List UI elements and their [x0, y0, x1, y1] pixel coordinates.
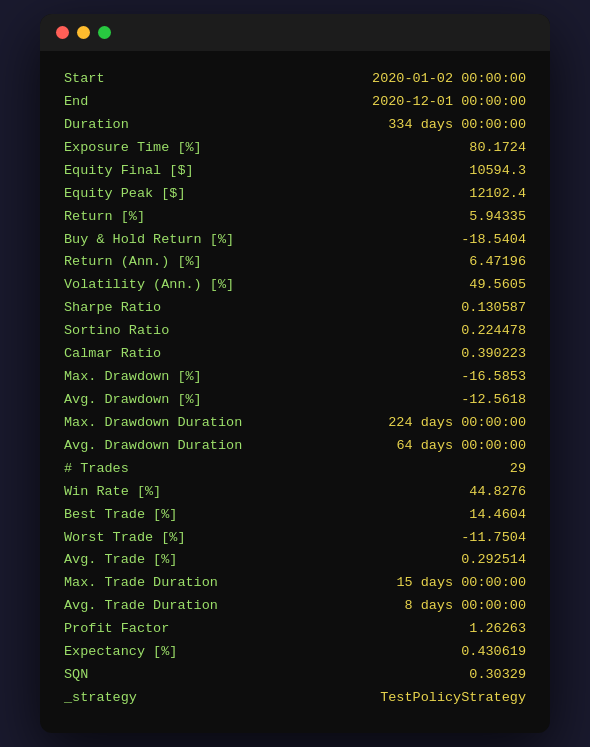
table-row: _strategyTestPolicyStrategy: [64, 688, 526, 709]
row-value: 14.4604: [469, 505, 526, 526]
table-row: SQN0.30329: [64, 665, 526, 686]
row-value: 6.47196: [469, 252, 526, 273]
terminal-content: Start2020-01-02 00:00:00End2020-12-01 00…: [40, 51, 550, 733]
row-value: 29: [510, 459, 526, 480]
row-value: -12.5618: [461, 390, 526, 411]
table-row: Return (Ann.) [%]6.47196: [64, 252, 526, 273]
row-label: Return [%]: [64, 207, 145, 228]
row-label: SQN: [64, 665, 88, 686]
table-row: Equity Final [$]10594.3: [64, 161, 526, 182]
row-label: Avg. Drawdown Duration: [64, 436, 242, 457]
maximize-button[interactable]: [98, 26, 111, 39]
row-value: 49.5605: [469, 275, 526, 296]
row-value: 2020-12-01 00:00:00: [372, 92, 526, 113]
row-value: 15 days 00:00:00: [396, 573, 526, 594]
table-row: Max. Drawdown Duration224 days 00:00:00: [64, 413, 526, 434]
row-label: # Trades: [64, 459, 129, 480]
row-label: Expectancy [%]: [64, 642, 177, 663]
table-row: Sharpe Ratio0.130587: [64, 298, 526, 319]
row-label: Avg. Trade [%]: [64, 550, 177, 571]
row-value: 334 days 00:00:00: [388, 115, 526, 136]
row-label: Avg. Drawdown [%]: [64, 390, 202, 411]
table-row: Duration334 days 00:00:00: [64, 115, 526, 136]
table-row: Equity Peak [$]12102.4: [64, 184, 526, 205]
table-row: Start2020-01-02 00:00:00: [64, 69, 526, 90]
row-label: Calmar Ratio: [64, 344, 161, 365]
table-row: Max. Trade Duration15 days 00:00:00: [64, 573, 526, 594]
row-label: Profit Factor: [64, 619, 169, 640]
table-row: Avg. Trade [%]0.292514: [64, 550, 526, 571]
row-value: 224 days 00:00:00: [388, 413, 526, 434]
row-label: Worst Trade [%]: [64, 528, 186, 549]
table-row: Return [%]5.94335: [64, 207, 526, 228]
row-value: -11.7504: [461, 528, 526, 549]
row-value: 8 days 00:00:00: [404, 596, 526, 617]
row-label: Exposure Time [%]: [64, 138, 202, 159]
table-row: Profit Factor1.26263: [64, 619, 526, 640]
row-label: Sharpe Ratio: [64, 298, 161, 319]
row-value: 64 days 00:00:00: [396, 436, 526, 457]
table-row: Max. Drawdown [%]-16.5853: [64, 367, 526, 388]
table-row: Win Rate [%]44.8276: [64, 482, 526, 503]
row-value: 0.430619: [461, 642, 526, 663]
row-value: -16.5853: [461, 367, 526, 388]
row-label: Equity Final [$]: [64, 161, 194, 182]
row-label: Sortino Ratio: [64, 321, 169, 342]
row-value: 2020-01-02 00:00:00: [372, 69, 526, 90]
table-row: Sortino Ratio0.224478: [64, 321, 526, 342]
row-value: -18.5404: [461, 230, 526, 251]
table-row: Avg. Trade Duration8 days 00:00:00: [64, 596, 526, 617]
row-label: End: [64, 92, 88, 113]
table-row: Buy & Hold Return [%]-18.5404: [64, 230, 526, 251]
terminal-window: Start2020-01-02 00:00:00End2020-12-01 00…: [40, 14, 550, 733]
row-value: 0.30329: [469, 665, 526, 686]
table-row: # Trades29: [64, 459, 526, 480]
table-row: Exposure Time [%]80.1724: [64, 138, 526, 159]
table-row: Avg. Drawdown [%]-12.5618: [64, 390, 526, 411]
minimize-button[interactable]: [77, 26, 90, 39]
row-label: Duration: [64, 115, 129, 136]
row-label: _strategy: [64, 688, 137, 709]
row-value: 0.224478: [461, 321, 526, 342]
table-row: Expectancy [%]0.430619: [64, 642, 526, 663]
row-label: Start: [64, 69, 105, 90]
row-label: Max. Drawdown Duration: [64, 413, 242, 434]
row-value: 10594.3: [469, 161, 526, 182]
row-value: 44.8276: [469, 482, 526, 503]
table-row: Calmar Ratio0.390223: [64, 344, 526, 365]
table-row: Avg. Drawdown Duration64 days 00:00:00: [64, 436, 526, 457]
row-label: Return (Ann.) [%]: [64, 252, 202, 273]
row-value: 5.94335: [469, 207, 526, 228]
close-button[interactable]: [56, 26, 69, 39]
row-label: Win Rate [%]: [64, 482, 161, 503]
table-row: Best Trade [%]14.4604: [64, 505, 526, 526]
row-label: Best Trade [%]: [64, 505, 177, 526]
row-label: Volatility (Ann.) [%]: [64, 275, 234, 296]
row-value: 1.26263: [469, 619, 526, 640]
row-label: Max. Trade Duration: [64, 573, 218, 594]
titlebar: [40, 14, 550, 51]
table-row: Volatility (Ann.) [%]49.5605: [64, 275, 526, 296]
row-value: 0.390223: [461, 344, 526, 365]
row-value: 0.130587: [461, 298, 526, 319]
row-value: 12102.4: [469, 184, 526, 205]
table-row: End2020-12-01 00:00:00: [64, 92, 526, 113]
row-label: Avg. Trade Duration: [64, 596, 218, 617]
row-label: Max. Drawdown [%]: [64, 367, 202, 388]
row-label: Equity Peak [$]: [64, 184, 186, 205]
row-value: 0.292514: [461, 550, 526, 571]
row-value: TestPolicyStrategy: [380, 688, 526, 709]
row-value: 80.1724: [469, 138, 526, 159]
row-label: Buy & Hold Return [%]: [64, 230, 234, 251]
table-row: Worst Trade [%]-11.7504: [64, 528, 526, 549]
